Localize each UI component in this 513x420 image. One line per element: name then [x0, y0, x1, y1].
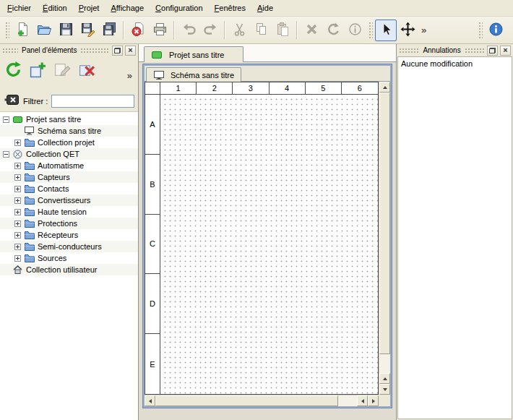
toolbar-extension-button[interactable]: »	[418, 25, 429, 35]
undo-history-list[interactable]: Aucune modification	[397, 56, 512, 419]
dock-grip[interactable]	[2, 48, 18, 53]
float-dock-button[interactable]	[112, 46, 123, 56]
expander-plus-icon[interactable]	[14, 197, 21, 204]
vertical-scroll-track[interactable]	[379, 354, 390, 373]
diagram-canvas[interactable]	[160, 95, 378, 394]
close-dock-button[interactable]: ×	[500, 46, 511, 56]
float-icon	[114, 48, 121, 53]
mdi-area: Schéma sans titre 123456 ABCDE	[139, 62, 396, 420]
reload-collections-button[interactable]	[3, 60, 24, 81]
tree-item-automatisme[interactable]: Automatisme	[0, 160, 138, 171]
save-as-button[interactable]	[77, 20, 98, 41]
print-button[interactable]	[149, 20, 171, 41]
tree-item-projet-sans-titre[interactable]: Projet sans titre	[0, 113, 138, 125]
open-file-button[interactable]	[33, 20, 55, 41]
delete-button[interactable]	[301, 20, 322, 41]
clear-filter-button[interactable]	[4, 95, 20, 108]
tree-item-recepteurs[interactable]: Récepteurs	[0, 229, 138, 241]
copy-button[interactable]	[250, 20, 272, 41]
expander-plus-icon[interactable]	[14, 186, 21, 192]
paste-button[interactable]	[272, 20, 293, 41]
tree-item-haute-tension[interactable]: Haute tension	[0, 206, 138, 218]
menu-item-fichier[interactable]: Fichier	[1, 0, 37, 16]
horizontal-scroll-track[interactable]	[338, 395, 357, 406]
tree-item-semi-conducteurs[interactable]: Semi-conducteurs	[0, 241, 138, 252]
menu-item-affichage[interactable]: Affichage	[105, 0, 150, 16]
tree-item-collection-utilisateur[interactable]: Collection utilisateur	[0, 264, 138, 275]
delete-element-button[interactable]	[77, 60, 98, 81]
expander-plus-icon[interactable]	[14, 232, 21, 239]
close-dock-button[interactable]: ×	[125, 46, 136, 56]
toolbar-grip[interactable]	[478, 21, 483, 40]
dock-grip[interactable]	[465, 48, 485, 53]
dock-grip[interactable]	[80, 48, 110, 53]
scroll-up-button[interactable]	[379, 373, 390, 384]
print-icon	[152, 22, 168, 38]
menu-item-projet[interactable]: Projet	[73, 0, 105, 16]
expander-plus-icon[interactable]	[14, 209, 21, 215]
arrow-left-icon	[149, 399, 152, 403]
save-all-button[interactable]	[98, 20, 120, 41]
expander-plus-icon[interactable]	[14, 140, 21, 146]
tree-item-schema-sans-titre[interactable]: Schéma sans titre	[0, 125, 138, 137]
tree-item-capteurs[interactable]: Capteurs	[0, 171, 138, 183]
menu-item-aide[interactable]: Aide	[251, 0, 279, 16]
expander-plus-icon[interactable]	[14, 244, 21, 250]
scroll-down-button[interactable]	[379, 384, 390, 395]
tree-item-contacts[interactable]: Contacts	[0, 183, 138, 194]
scroll-right-button[interactable]	[368, 395, 379, 406]
toolbar-grip[interactable]	[368, 21, 373, 40]
horizontal-scroll-thumb[interactable]	[155, 395, 338, 406]
tree-item-label: Haute tension	[38, 206, 87, 218]
elements-panel-titlebar[interactable]: Panel d'éléments ×	[0, 44, 138, 56]
menu-item-configuration[interactable]: Configuration	[150, 0, 208, 16]
scroll-left-button[interactable]	[145, 395, 155, 406]
dock-grip[interactable]	[399, 48, 419, 53]
expander-plus-icon[interactable]	[14, 220, 21, 227]
close-icon: ×	[128, 46, 132, 54]
new-element-button[interactable]	[27, 60, 48, 81]
menu-item-edition[interactable]: Édition	[37, 0, 73, 16]
about-button[interactable]	[485, 20, 506, 41]
folder-icon	[24, 184, 35, 194]
rotate-button[interactable]	[322, 20, 344, 41]
menu-item-fenetres[interactable]: Fenêtres	[209, 0, 251, 16]
float-dock-button[interactable]	[487, 46, 498, 56]
expander-minus-icon[interactable]	[3, 151, 9, 158]
panel-toolbar-extension-button[interactable]: »	[124, 70, 135, 81]
info-button[interactable]	[344, 20, 366, 41]
schema-tab[interactable]: Schéma sans titre	[146, 67, 241, 82]
vertical-scroll-thumb[interactable]	[379, 93, 390, 354]
scroll-left-button[interactable]	[357, 395, 368, 406]
tree-item-collection-projet[interactable]: Collection projet	[0, 137, 138, 148]
expander-plus-icon[interactable]	[14, 255, 21, 262]
undo-dock-titlebar[interactable]: Annulations ×	[397, 44, 513, 56]
rotate-icon	[326, 22, 341, 38]
new-file-button[interactable]	[12, 20, 33, 41]
project-tab-label: Projet sans titre	[169, 51, 224, 59]
toolbar-separator	[173, 21, 175, 40]
expander-plus-icon[interactable]	[14, 174, 21, 181]
project-tab[interactable]: Projet sans titre	[144, 46, 243, 62]
toolbar-separator	[296, 21, 298, 40]
save-button[interactable]	[55, 20, 77, 41]
tree-item-collection-qet[interactable]: Collection QET	[0, 148, 138, 160]
tree-item-sources[interactable]: Sources	[0, 252, 138, 264]
filter-input[interactable]	[51, 95, 134, 108]
scroll-up-button[interactable]	[379, 82, 390, 93]
move-tool-button[interactable]	[397, 20, 418, 41]
close-file-button[interactable]	[127, 20, 149, 41]
horizontal-scrollbar[interactable]	[145, 395, 379, 406]
cut-button[interactable]	[228, 20, 250, 41]
toolbar-grip[interactable]	[4, 21, 9, 40]
tree-item-convertisseurs[interactable]: Convertisseurs	[0, 194, 138, 206]
tree-item-protections[interactable]: Protections	[0, 218, 138, 229]
vertical-scrollbar[interactable]	[379, 82, 390, 395]
expander-plus-icon[interactable]	[14, 163, 21, 169]
tree-item-label: Convertisseurs	[38, 194, 90, 206]
redo-button[interactable]	[199, 20, 221, 41]
undo-button[interactable]	[178, 20, 199, 41]
edit-element-button[interactable]	[52, 60, 73, 81]
select-tool-button[interactable]	[375, 20, 397, 41]
expander-minus-icon[interactable]	[3, 116, 9, 123]
